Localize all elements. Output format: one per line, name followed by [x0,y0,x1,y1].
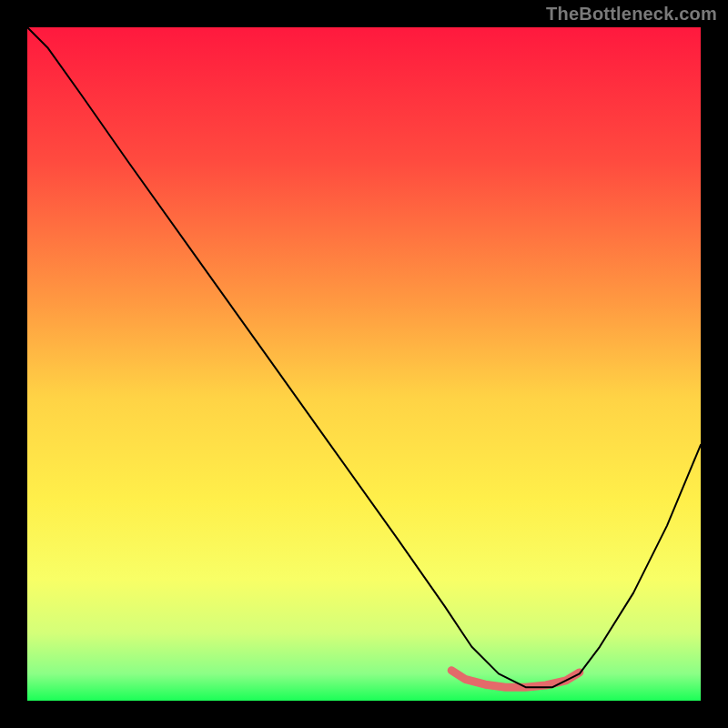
plot-background [27,27,701,701]
attribution-text: TheBottleneck.com [546,4,717,25]
bottleneck-chart [0,0,728,728]
chart-container: TheBottleneck.com [0,0,728,728]
